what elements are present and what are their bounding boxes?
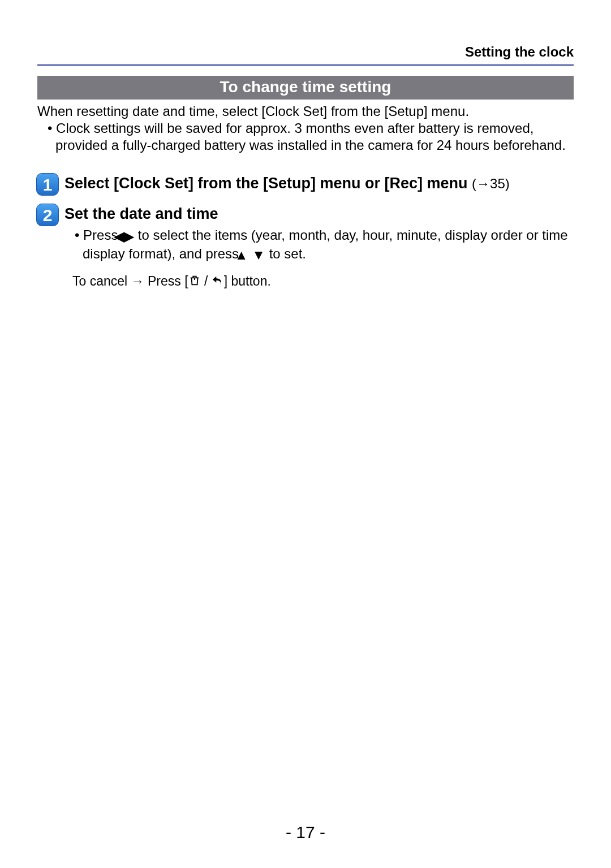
up-down-icon: ▲ ▼ [243,247,265,264]
page-number: - 17 - [0,823,611,842]
intro-line: When resetting date and time, select [Cl… [37,103,574,120]
left-right-icon: ◀▶ [122,228,134,245]
step-2-cancel: To cancel → Press [ / ] button. [72,274,574,290]
page-header: Setting the clock [37,44,574,66]
step-2-bullet: Press ◀▶ to select the items (year, mont… [72,227,574,264]
step-1-title: Select [Clock Set] from the [Setup] menu… [64,173,574,193]
return-icon [212,274,224,290]
subsection-title: To change time setting [220,78,391,96]
trash-icon [188,274,201,290]
step-badge-2: 2 [36,204,59,226]
intro-bullet: Clock settings will be saved for approx.… [45,120,574,154]
step-1-ref: (→35) [472,176,510,191]
step-1: 1 Select [Clock Set] from the [Setup] me… [37,173,574,193]
step-2-title: Set the date and time [64,204,574,224]
intro-block: When resetting date and time, select [Cl… [37,103,574,154]
step-badge-1: 1 [36,173,59,196]
subsection-bar: To change time setting [37,76,574,100]
section-title: Setting the clock [465,44,574,59]
step-2: 2 Set the date and time Press ◀▶ to sele… [37,204,574,290]
